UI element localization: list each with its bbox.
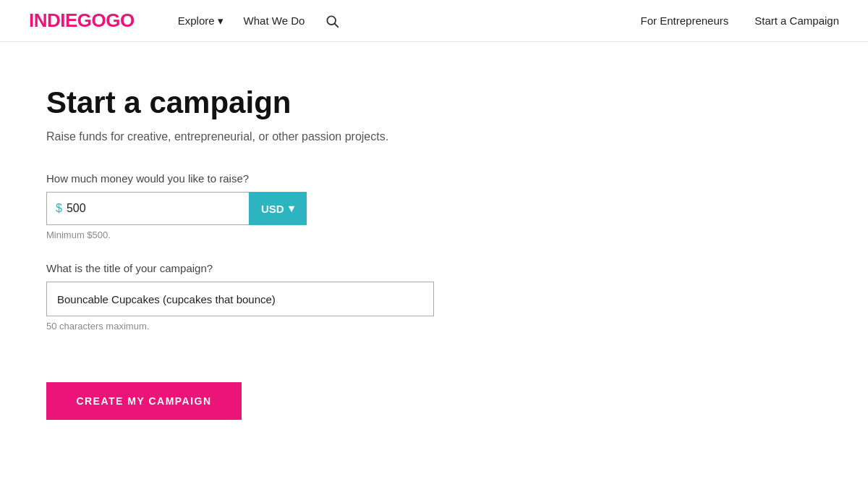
amount-input-wrap: $ [46, 192, 249, 225]
svg-line-1 [335, 23, 339, 27]
title-section: What is the title of your campaign? 50 c… [46, 262, 822, 332]
title-label: What is the title of your campaign? [46, 262, 822, 274]
nav-right: For Entrepreneurs Start a Campaign [641, 14, 839, 27]
nav-item-explore[interactable]: Explore ▾ [178, 14, 224, 28]
navbar: INDIEGOGO Explore ▾ What We Do For Entre… [0, 0, 868, 42]
what-we-do-label: What We Do [244, 14, 305, 27]
nav-item-what-we-do[interactable]: What We Do [244, 14, 305, 27]
amount-label: How much money would you like to raise? [46, 172, 822, 185]
page-subtitle: Raise funds for creative, entrepreneuria… [46, 130, 822, 143]
amount-row: $ USD ▾ [46, 192, 307, 225]
for-entrepreneurs-link[interactable]: For Entrepreneurs [641, 14, 729, 27]
main-content: Start a campaign Raise funds for creativ… [0, 42, 868, 449]
currency-select[interactable]: USD ▾ [249, 192, 307, 225]
amount-section: How much money would you like to raise? … [46, 172, 822, 240]
currency-chevron-icon: ▾ [289, 202, 294, 215]
explore-label: Explore [178, 14, 215, 27]
start-campaign-link[interactable]: Start a Campaign [754, 14, 839, 27]
title-hint: 50 characters maximum. [46, 321, 822, 332]
currency-label: USD [261, 203, 284, 215]
amount-hint: Minimum $500. [46, 229, 822, 240]
create-campaign-button[interactable]: CREATE MY CAMPAIGN [46, 382, 242, 420]
dollar-sign: $ [56, 202, 62, 215]
page-title: Start a campaign [46, 85, 822, 120]
search-icon[interactable] [325, 14, 339, 28]
chevron-down-icon: ▾ [218, 14, 224, 28]
nav-left: INDIEGOGO Explore ▾ What We Do [29, 9, 641, 32]
amount-input[interactable] [67, 202, 240, 215]
campaign-title-input[interactable] [46, 282, 434, 316]
logo[interactable]: INDIEGOGO [29, 9, 135, 32]
